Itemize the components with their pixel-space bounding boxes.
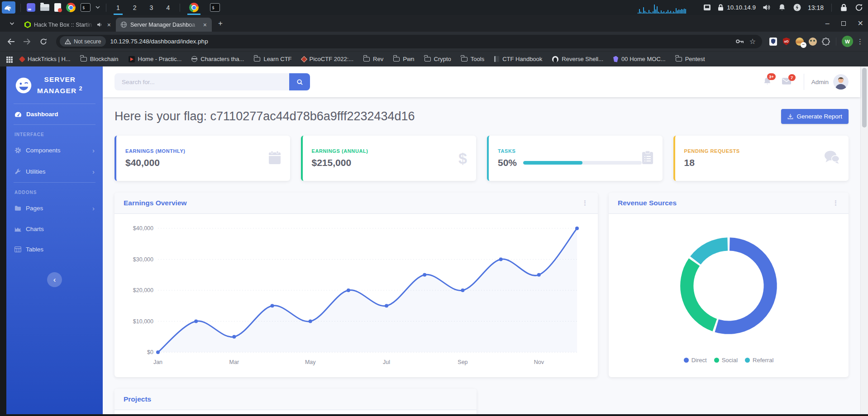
kali-menu-button[interactable] <box>2 1 15 14</box>
url-text[interactable]: 10.129.75.248/dashboard/index.php <box>110 38 731 45</box>
address-bar[interactable]: Not secure 10.129.75.248/dashboard/index… <box>56 35 762 48</box>
generate-report-button[interactable]: Generate Report <box>781 109 849 124</box>
window-manager-button[interactable] <box>26 0 36 15</box>
bell-icon <box>778 4 786 11</box>
chevron-down-icon <box>95 6 100 9</box>
reload-button[interactable] <box>37 35 50 48</box>
workspace-2-button[interactable]: 2 <box>128 0 142 15</box>
bookmarks-bar: HackTricks | H... Blockchain Home - Prac… <box>0 51 868 66</box>
search-button[interactable] <box>289 73 310 90</box>
text-editor-button[interactable] <box>53 0 62 15</box>
svg-text:Nov: Nov <box>534 359 544 365</box>
volume-tray-button[interactable] <box>762 0 772 15</box>
legend-item-referral[interactable]: Referral <box>745 357 773 364</box>
file-manager-button[interactable] <box>39 0 50 15</box>
clipboard-tray-button[interactable] <box>702 0 712 15</box>
forward-button[interactable] <box>21 35 33 48</box>
sidebar-item-pages[interactable]: Pages › <box>6 198 103 219</box>
tab-server-manager[interactable]: Server Manager Dashboa × <box>116 18 212 32</box>
apps-grid-icon[interactable] <box>6 57 8 58</box>
tab-search-button[interactable] <box>5 17 18 30</box>
back-arrow-icon <box>7 38 15 45</box>
bookmark-item[interactable]: PicoCTF 2022:... <box>302 56 354 62</box>
workspace-1-button[interactable]: 1 <box>111 0 125 15</box>
window-edge-bottom <box>0 414 868 416</box>
launcher-dropdown-button[interactable] <box>95 0 101 15</box>
workspace-3-button[interactable]: 3 <box>145 0 158 15</box>
alerts-badge: 3+ <box>767 73 776 80</box>
passwords-key-icon[interactable] <box>736 39 744 44</box>
terminal-launcher-button[interactable]: $ <box>80 0 91 15</box>
diamond-icon <box>300 56 307 62</box>
sidebar-item-charts[interactable]: Charts <box>6 219 103 239</box>
sidebar-item-components[interactable]: Components › <box>6 140 103 161</box>
profile-avatar[interactable]: W <box>842 36 853 47</box>
window-close-button[interactable]: ✕ <box>858 19 863 28</box>
bookmark-item[interactable]: CTF Handbook <box>494 56 542 62</box>
sidebar-item-dashboard[interactable]: Dashboard <box>6 104 103 124</box>
bookmark-item[interactable]: 00 Home MOC... <box>613 56 666 62</box>
vpn-indicator[interactable]: 10.10.14.9 <box>718 4 756 11</box>
bookmark-label: Blockchain <box>90 56 119 62</box>
sidebar-item-utilities[interactable]: Utilities › <box>6 161 103 182</box>
panel-menu-icon[interactable]: ⋮ <box>832 199 839 207</box>
extensions-menu-button[interactable] <box>821 37 830 46</box>
tab-audio-icon[interactable] <box>97 22 103 27</box>
user-avatar[interactable] <box>833 74 849 90</box>
tab-hackthebox[interactable]: Hack The Box :: Startin × <box>20 18 116 32</box>
sidebar-collapse-button[interactable]: ‹ <box>47 272 62 287</box>
workspace-4-button[interactable]: 4 <box>161 0 175 15</box>
window-maximize-button[interactable] <box>841 21 846 26</box>
sidebar-item-tables[interactable]: Tables <box>6 239 103 260</box>
messages-button[interactable]: 7 <box>777 78 796 86</box>
alerts-button[interactable]: 3+ <box>758 77 777 87</box>
bookmark-item[interactable]: Pentest <box>676 56 705 62</box>
legend-dot <box>684 358 689 363</box>
legend-item-social[interactable]: Social <box>714 357 738 364</box>
browser-menu-button[interactable]: ⋮ <box>857 38 863 46</box>
panel-menu-icon[interactable]: ⋮ <box>582 199 589 207</box>
page-scrollbar[interactable] <box>860 66 868 416</box>
tab-close-button[interactable]: × <box>202 21 208 28</box>
bookmark-label: Learn CTF <box>263 56 291 62</box>
bookmark-item[interactable]: Learn CTF <box>254 56 291 62</box>
bookmark-item[interactable]: Characters tha... <box>191 56 244 62</box>
bookmark-label: Tools <box>471 56 484 62</box>
extension-hacktools-button[interactable] <box>795 37 804 46</box>
bookmark-item[interactable]: Rev <box>363 56 383 62</box>
search-input[interactable] <box>114 73 289 90</box>
chrome-task-button[interactable] <box>185 0 203 15</box>
tab-close-button[interactable]: × <box>106 21 112 28</box>
bookmark-item[interactable]: HackTricks | H... <box>20 56 71 62</box>
power-manager-tray-button[interactable] <box>792 0 802 15</box>
extension-ublock-button[interactable]: uO <box>782 37 791 46</box>
legend-item-direct[interactable]: Direct <box>684 357 707 364</box>
logout-button[interactable] <box>854 0 863 15</box>
terminal-task-button[interactable]: $ <box>206 0 224 15</box>
page-title-flag: Here is your flag: c7110277ac44d78b6a9ff… <box>114 109 415 123</box>
card-earnings-annual: EARNINGS (ANNUAL) $215,000 $ <box>301 136 477 181</box>
bookmark-item[interactable]: Home - Practic... <box>129 56 182 62</box>
bookmark-item[interactable]: Tools <box>461 56 484 62</box>
svg-text:$40,000: $40,000 <box>133 225 153 232</box>
back-button[interactable] <box>5 35 17 48</box>
user-name[interactable]: Admin <box>811 79 829 85</box>
new-tab-button[interactable]: + <box>215 18 226 29</box>
brand[interactable]: SERVER MANAGER 2 <box>6 75 103 104</box>
extension-wappalyzer-button[interactable] <box>808 37 817 46</box>
security-chip[interactable]: Not secure <box>60 36 106 47</box>
clock[interactable]: 13:18 <box>808 4 824 11</box>
bookmark-item[interactable]: Pwn <box>393 56 414 62</box>
bookmark-star-icon[interactable]: ☆ <box>749 38 756 45</box>
chrome-launcher-button[interactable] <box>65 0 76 15</box>
bookmark-item[interactable]: Crypto <box>424 56 451 62</box>
bookmark-item[interactable]: Reverse Shell... <box>552 56 603 62</box>
scrollbar-thumb[interactable] <box>862 68 867 128</box>
lock-screen-button[interactable] <box>839 0 848 15</box>
card-value: 18 <box>684 157 825 168</box>
notifications-tray-button[interactable] <box>777 0 787 15</box>
calendar-icon <box>268 151 281 166</box>
extension-privacy-button[interactable] <box>768 37 778 46</box>
window-minimize-button[interactable]: – <box>825 19 830 28</box>
bookmark-item[interactable]: Blockchain <box>81 56 119 62</box>
